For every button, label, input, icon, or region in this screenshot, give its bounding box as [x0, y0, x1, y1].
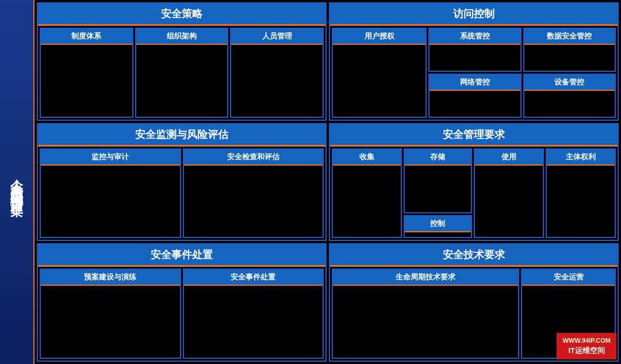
anquanjiancha-body — [184, 166, 323, 237]
kongzhi-body — [405, 232, 470, 237]
wangluo-body — [430, 91, 520, 117]
yonghu-header: 用户授权 — [333, 29, 425, 45]
sub-anquanjiancha: 安全检查和评估 — [183, 148, 324, 239]
yonghu-body — [333, 45, 425, 117]
wangluo-header: 网络管控 — [430, 75, 520, 91]
security-mgmt-header: 安全管理要求 — [330, 124, 618, 147]
shengming-body — [333, 286, 518, 358]
access-control-header: 访问控制 — [330, 3, 618, 26]
section-security-monitor: 安全监测与风险评估 监控与审计 安全检查和评估 — [37, 123, 327, 242]
sub-shengming: 生命周期技术要求 — [332, 269, 519, 359]
sub-kongzhi: 控制 — [404, 215, 471, 238]
section-security-mgmt: 安全管理要求 收集 存储 控制 使用 主体权利 — [329, 123, 619, 242]
security-incident-header: 安全事件处置 — [38, 244, 325, 267]
jiankong-header: 监控与审计 — [41, 150, 180, 166]
shuju-header: 数据安全管控 — [524, 29, 615, 45]
left-sidebar: 个人金融信息保护审计框架 — [0, 0, 34, 364]
shebei-body — [524, 91, 615, 117]
watermark: WWW.94IP.COM IT运维空间 — [557, 333, 616, 359]
sub-cunchu: 存储 — [404, 148, 471, 214]
security-policy-body: 制度体系 组织架构 人员管理 — [38, 26, 325, 120]
sub-zhuti: 主体权利 — [546, 148, 616, 239]
security-monitor-body: 监控与审计 安全检查和评估 — [38, 147, 325, 240]
sub-xitong: 系统管控 — [428, 28, 521, 72]
watermark-url: WWW.94IP.COM — [562, 336, 611, 345]
security-monitor-header: 安全监测与风险评估 — [38, 124, 325, 147]
shengming-header: 生命周期技术要求 — [333, 270, 518, 286]
zhidu-header: 制度体系 — [41, 29, 132, 45]
anquanjiancha-header: 安全检查和评估 — [184, 150, 323, 166]
shouji-header: 收集 — [333, 150, 401, 166]
shiyong-body — [475, 166, 543, 237]
jiankong-body — [41, 166, 180, 237]
shijian-body — [184, 286, 323, 358]
yunyingtech-header: 安全运营 — [522, 270, 615, 286]
zhuti-header: 主体权利 — [547, 150, 615, 166]
main-content: 安全策略 制度体系 组织架构 人员管理 访问控制 用户授权 — [34, 0, 621, 364]
cunchu-body — [405, 166, 470, 213]
cunchu-group: 存储 控制 — [404, 148, 471, 239]
sub-jiankong: 监控与审计 — [40, 148, 181, 239]
renyuan-body — [231, 45, 323, 117]
xitong-body — [430, 45, 520, 71]
watermark-name: IT运维空间 — [562, 346, 611, 356]
access-control-body: 用户授权 系统管控 网络管控 数据安全管控 — [330, 26, 618, 120]
security-mgmt-body: 收集 存储 控制 使用 主体权利 — [330, 147, 618, 240]
sub-shouji: 收集 — [332, 148, 402, 239]
shuju-body — [524, 45, 615, 71]
sub-renyuan: 人员管理 — [230, 28, 324, 118]
sub-shebei: 设备管控 — [523, 74, 616, 118]
sub-yuan: 预案建设与演练 — [40, 269, 181, 359]
access-top-row: 用户授权 系统管控 网络管控 数据安全管控 — [332, 28, 616, 118]
access-right-col: 系统管控 网络管控 — [428, 28, 521, 118]
cunchu-header: 存储 — [405, 150, 470, 166]
sub-wangluo: 网络管控 — [428, 74, 521, 118]
security-incident-body: 预案建设与演练 安全事件处置 — [38, 267, 325, 361]
zhidu-body — [41, 45, 132, 117]
zuzhi-header: 组织架构 — [136, 29, 228, 45]
section-security-policy: 安全策略 制度体系 组织架构 人员管理 — [37, 2, 327, 121]
yuan-body — [41, 286, 180, 358]
shebei-header: 设备管控 — [524, 75, 615, 91]
sub-yonghu: 用户授权 — [332, 28, 427, 118]
security-policy-header: 安全策略 — [38, 3, 325, 26]
sub-shuju: 数据安全管控 — [523, 28, 616, 72]
access-far-right-col: 数据安全管控 设备管控 — [523, 28, 616, 118]
sub-shijian: 安全事件处置 — [183, 269, 324, 359]
security-tech-header: 安全技术要求 — [330, 244, 618, 267]
sub-shiyong: 使用 — [474, 148, 544, 239]
renyuan-header: 人员管理 — [231, 29, 323, 45]
shijian-header: 安全事件处置 — [184, 270, 323, 286]
sub-zhidu: 制度体系 — [40, 28, 133, 118]
sidebar-title: 个人金融信息保护审计框架 — [9, 168, 24, 196]
yuan-header: 预案建设与演练 — [41, 270, 180, 286]
zuzhi-body — [136, 45, 228, 117]
shouji-body — [333, 166, 401, 237]
section-security-incident: 安全事件处置 预案建设与演练 安全事件处置 — [37, 243, 327, 362]
sub-zuzhi: 组织架构 — [135, 28, 229, 118]
shiyong-header: 使用 — [475, 150, 543, 166]
kongzhi-header: 控制 — [405, 216, 470, 232]
section-access-control: 访问控制 用户授权 系统管控 网络管控 — [329, 2, 619, 121]
xitong-header: 系统管控 — [430, 29, 520, 45]
zhuti-body — [547, 166, 615, 237]
